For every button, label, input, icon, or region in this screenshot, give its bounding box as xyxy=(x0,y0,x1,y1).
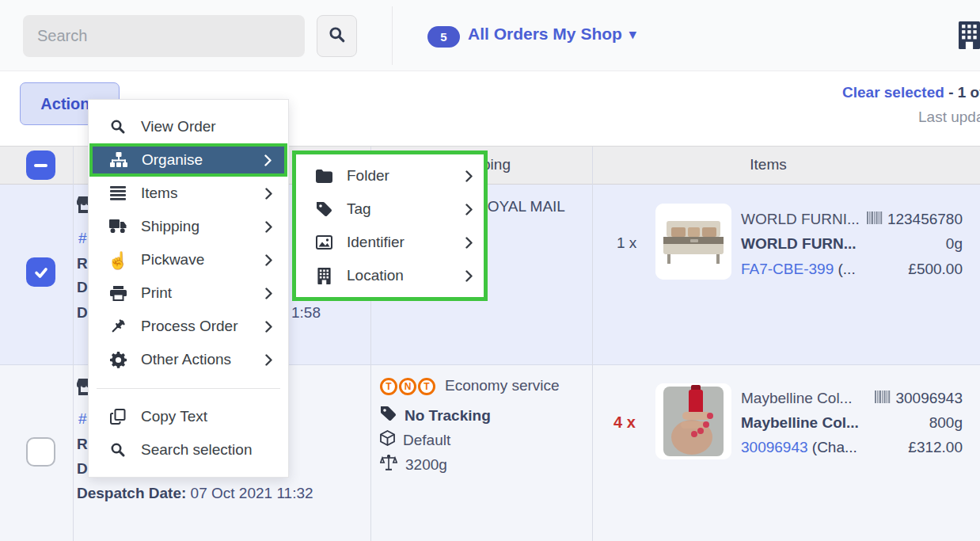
item-sku-link[interactable]: 30096943 xyxy=(741,439,808,455)
order-text-fragment: R xyxy=(77,436,88,453)
chevron-right-icon xyxy=(465,237,473,249)
row-checkbox-checked[interactable] xyxy=(26,257,55,287)
menu-item-pickwave[interactable]: ☝ Pickwave xyxy=(89,243,288,276)
item-sku-suffix: (... xyxy=(834,261,855,277)
building-icon[interactable] xyxy=(959,21,980,52)
despatch-date-value: 07 Oct 2021 11:32 xyxy=(191,485,313,501)
shipping-service: Economy service xyxy=(445,377,560,394)
shipping-weight: 3200g xyxy=(405,456,447,474)
truck-icon xyxy=(108,219,128,234)
barcode-icon xyxy=(875,390,891,407)
organise-submenu: Folder Tag Identifier Location xyxy=(292,150,488,301)
chevron-right-icon xyxy=(265,254,272,266)
hand-pointer-icon: ☝ xyxy=(108,252,128,269)
view-selector[interactable]: All Orders My Shop ▾ xyxy=(468,25,636,44)
chevron-right-icon xyxy=(265,321,272,333)
menu-item-print[interactable]: Print xyxy=(89,276,288,310)
barcode-icon xyxy=(867,211,883,228)
selection-summary: Clear selected - 1 of 5 xyxy=(842,84,980,101)
shipping-service-line: TNT Economy service xyxy=(380,376,560,395)
check-icon xyxy=(33,265,49,280)
tracking-status: No Tracking xyxy=(405,407,491,425)
folder-icon xyxy=(313,170,334,183)
building-icon xyxy=(313,268,334,284)
tag-icon xyxy=(313,201,334,218)
chevron-right-icon xyxy=(265,354,272,366)
list-icon xyxy=(108,186,128,200)
search-icon xyxy=(108,119,128,135)
order-number-fragment: # xyxy=(78,410,87,428)
submenu-item-identifier[interactable]: Identifier xyxy=(296,226,484,259)
item-line-1: Maybelline Col... 30096943 xyxy=(741,390,963,407)
item-line-1: WORLD FURNI... 123456780 xyxy=(741,211,963,228)
item-line-3: FA7-CBE-399 (... £500.00 xyxy=(741,261,963,278)
topbar: 5 All Orders My Shop ▾ xyxy=(0,0,980,71)
printer-icon xyxy=(108,286,128,301)
shipping-weight-line: 3200g xyxy=(380,455,447,475)
menu-item-organise[interactable]: Organise xyxy=(89,143,287,177)
item-price: £312.00 xyxy=(908,439,963,456)
item-price: £500.00 xyxy=(908,261,963,278)
menu-item-search-selection[interactable]: Search selection xyxy=(89,433,288,467)
item-quantity: 1 x xyxy=(617,234,636,252)
item-name-primary: WORLD FURN... xyxy=(741,235,857,253)
submenu-item-folder[interactable]: Folder xyxy=(296,159,484,192)
item-name-secondary: Maybelline Col... xyxy=(741,390,852,407)
chevron-right-icon xyxy=(265,288,272,299)
item-quantity: 4 x xyxy=(613,413,636,432)
chevron-right-icon xyxy=(465,170,473,182)
carrier-name: ROYAL MAIL xyxy=(477,198,565,215)
despatch-date-line: Despatch Date: 07 Oct 2021 11:32 xyxy=(77,485,313,502)
tag-icon xyxy=(380,406,397,426)
menu-item-other-actions[interactable]: Other Actions xyxy=(89,343,288,376)
topbar-divider xyxy=(392,6,393,65)
column-divider xyxy=(592,147,593,541)
order-text-fragment: D xyxy=(77,460,88,478)
package-icon xyxy=(380,430,395,450)
tnt-logo-icon: TNT xyxy=(380,376,437,395)
item-line-2: WORLD FURN... 0g xyxy=(741,235,963,253)
item-name-primary: Maybelline Col... xyxy=(741,414,859,432)
column-divider xyxy=(73,147,74,541)
chevron-right-icon xyxy=(265,188,272,200)
row-checkbox-unchecked[interactable] xyxy=(26,437,55,467)
item-weight: 0g xyxy=(946,235,963,253)
order-number-fragment: # xyxy=(78,230,87,247)
order-count-badge: 5 xyxy=(427,26,460,48)
actions-menu: View Order Organise Items Shipping ☝ Pic… xyxy=(88,99,289,478)
chevron-right-icon xyxy=(265,221,272,233)
menu-item-shipping[interactable]: Shipping xyxy=(89,210,288,243)
gear-icon xyxy=(108,352,128,368)
menu-separator xyxy=(97,388,280,389)
submenu-item-tag[interactable]: Tag xyxy=(296,192,484,226)
menu-item-items[interactable]: Items xyxy=(89,177,288,210)
order-text-fragment: D xyxy=(77,304,88,322)
order-text-fragment: R xyxy=(77,255,88,272)
minus-icon xyxy=(34,164,47,167)
orders-page: 5 All Orders My Shop ▾ Actions Clear sel… xyxy=(0,0,980,541)
item-line-3: 30096943 (Cha... £312.00 xyxy=(741,439,963,456)
chevron-right-icon xyxy=(264,154,272,166)
copy-icon xyxy=(108,409,128,425)
menu-item-process-order[interactable]: Process Order xyxy=(89,310,288,343)
menu-item-view-order[interactable]: View Order xyxy=(89,110,288,143)
order-text-fragment: D xyxy=(77,279,88,296)
column-header-items: Items xyxy=(592,156,944,173)
gavel-icon xyxy=(108,318,128,334)
clear-selected-link[interactable]: Clear selected xyxy=(842,84,944,101)
search-button[interactable] xyxy=(317,15,357,57)
menu-item-copy-text[interactable]: Copy Text xyxy=(89,400,288,433)
product-image-nail-polish xyxy=(655,383,731,459)
search-icon xyxy=(329,26,346,46)
package-type: Default xyxy=(403,432,450,449)
last-updated-text: Last updated xyxy=(918,109,980,126)
item-sku-suffix: (Cha... xyxy=(808,439,857,455)
search-input[interactable] xyxy=(23,15,305,57)
submenu-item-location[interactable]: Location xyxy=(296,259,484,292)
select-all-checkbox[interactable] xyxy=(26,150,55,180)
product-image-bed xyxy=(655,204,731,280)
item-sku-link[interactable]: FA7-CBE-399 xyxy=(741,261,834,277)
item-name-secondary: WORLD FURNI... xyxy=(741,211,860,228)
shipping-package-line: Default xyxy=(380,430,450,450)
sitemap-icon xyxy=(108,152,129,168)
